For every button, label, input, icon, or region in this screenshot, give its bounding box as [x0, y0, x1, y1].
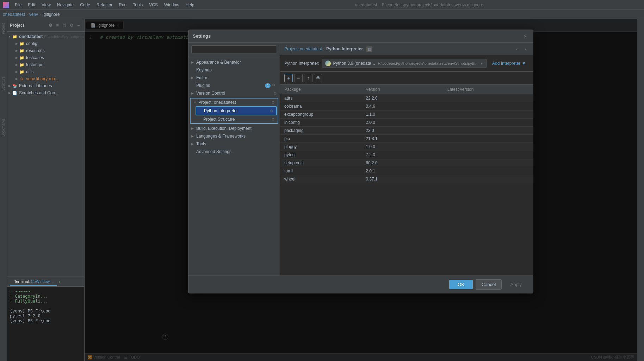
nav-label-appearance: Appearance & Behavior	[196, 60, 241, 65]
nav-item-build[interactable]: ▶ Build, Execution, Deployment	[188, 125, 280, 132]
menu-vcs[interactable]: VCS	[146, 2, 161, 8]
bc-forward-btn[interactable]: ›	[522, 45, 529, 52]
pkg-latest-pluggy	[447, 144, 529, 149]
gutter-project-label[interactable]: Project	[1, 23, 5, 34]
menu-refactor[interactable]: Refactor	[94, 2, 115, 8]
menu-file[interactable]: File	[12, 2, 24, 8]
tree-item-resources[interactable]: ▶ 📁 resources	[7, 47, 84, 54]
pkg-latest-pytest	[447, 152, 529, 157]
tree-item-testcases[interactable]: ▶ 📁 testcases	[7, 54, 84, 61]
menu-edit[interactable]: Edit	[25, 2, 38, 8]
tree-item-utils[interactable]: ▶ 📁 utils	[7, 68, 84, 75]
show-package-button[interactable]: 👁	[314, 74, 322, 82]
ide-body: Project Structure Bookmarks Project ⚙ ≡ …	[0, 19, 644, 361]
python-interp-gear-icon[interactable]: ⚙	[270, 109, 273, 113]
nav-label-python-interpreter: Python Interpreter	[204, 108, 238, 113]
bc-icon: ▤	[366, 46, 372, 52]
vcs-gear-icon[interactable]: ⚙	[273, 91, 277, 96]
nav-item-plugins[interactable]: Plugins 1 ⚙	[188, 82, 280, 89]
pkg-row-tomli[interactable]: tomli 2.0.1	[280, 167, 533, 175]
nav-item-vcs[interactable]: ▶ Version Control ⚙	[188, 89, 280, 97]
settings-search-input[interactable]	[191, 45, 277, 54]
pkg-row-pytest[interactable]: pytest 7.2.0	[280, 151, 533, 159]
upgrade-package-button[interactable]: ↑	[304, 74, 312, 82]
nav-item-python-interpreter[interactable]: Python Interpreter ⚙	[196, 106, 277, 115]
pkg-row-pip[interactable]: pip 21.3.1	[280, 135, 533, 143]
folder-icon-testcases: 📁	[19, 55, 25, 61]
nav-item-project[interactable]: ▼ Project: onedatatest ⚙	[191, 99, 278, 106]
terminal-tab[interactable]: Terminal: C:\Window...	[10, 278, 57, 286]
nav-label-editor: Editor	[196, 75, 207, 80]
pkg-row-pluggy[interactable]: pluggy 1.0.0	[280, 143, 533, 151]
pkg-latest-iniconfig	[447, 120, 529, 125]
panel-icon-minus[interactable]: −	[76, 23, 81, 28]
tree-item-config[interactable]: ▶ 📁 config	[7, 40, 84, 47]
nav-item-languages[interactable]: ▶ Languages & Frameworks	[188, 132, 280, 140]
nav-item-project-structure[interactable]: Project Structure ⚙	[196, 115, 278, 123]
tree-item-testoutput[interactable]: ▶ 📁 testoutput	[7, 61, 84, 68]
folder-icon-config: 📁	[19, 41, 25, 46]
tree-arrow-config: ▶	[14, 41, 19, 46]
bc-icon-btn[interactable]: ▤	[366, 46, 372, 51]
pkg-version-pip: 21.3.1	[366, 136, 447, 141]
nav-label-languages: Languages & Frameworks	[196, 134, 246, 139]
pkg-row-colorama[interactable]: colorama 0.4.6	[280, 102, 533, 110]
pkg-latest-attrs	[447, 96, 529, 101]
terminal-content: + ~~~~~~ + CategoryIn... + FullyQuali...…	[7, 287, 84, 361]
nav-item-tools[interactable]: ▶ Tools	[188, 140, 280, 148]
panel-icon-settings[interactable]: ⚙	[69, 23, 74, 28]
interpreter-label: Python Interpreter:	[284, 61, 319, 66]
structure-gear-icon[interactable]: ⚙	[271, 117, 275, 122]
gutter-bookmarks-label[interactable]: Bookmarks	[1, 119, 5, 137]
interpreter-select[interactable]: Python 3.9 (onedatatest) F:\codetest\pyt…	[322, 59, 487, 68]
tree-item-scratches[interactable]: ▶ 📄 Scratches and Con...	[7, 89, 84, 96]
menu-run[interactable]: Run	[116, 2, 129, 8]
pkg-row-setuptools[interactable]: setuptools 60.2.0	[280, 159, 533, 167]
pkg-row-packaging[interactable]: packaging 23.0	[280, 127, 533, 135]
breadcrumb-venv[interactable]: venv	[29, 12, 38, 17]
nav-item-editor[interactable]: ▶ Editor	[188, 74, 280, 82]
dialog-title: Settings	[193, 33, 522, 39]
pkg-row-exceptiongroup[interactable]: exceptiongroup 1.1.0	[280, 110, 533, 119]
nav-arrow-appearance: ▶	[191, 61, 196, 64]
add-interpreter-button[interactable]: Add Interpreter ▼	[489, 59, 529, 67]
pkg-row-iniconfig[interactable]: iniconfig 2.0.0	[280, 119, 533, 127]
terminal-plus[interactable]: +	[58, 280, 60, 284]
panel-icon-collapse[interactable]: ≡	[55, 23, 60, 28]
pkg-row-wheel[interactable]: wheel 0.37.1	[280, 175, 533, 183]
breadcrumb-file[interactable]: .gitignore	[42, 12, 60, 17]
dialog-close-btn[interactable]: ×	[522, 33, 529, 40]
menu-view[interactable]: View	[39, 2, 54, 8]
remove-package-button[interactable]: −	[294, 74, 303, 82]
gutter-structure-label[interactable]: Structure	[1, 76, 5, 91]
bc-back-btn[interactable]: ‹	[513, 45, 520, 52]
breadcrumb-project[interactable]: onedatatest	[3, 12, 25, 17]
menu-tools[interactable]: Tools	[130, 2, 145, 8]
menu-help[interactable]: Help	[183, 2, 197, 8]
add-package-button[interactable]: +	[284, 74, 293, 82]
nav-item-appearance[interactable]: ▶ Appearance & Behavior	[188, 58, 280, 66]
tree-label-resources: resources	[26, 48, 45, 53]
pkg-version-pluggy: 1.0.0	[366, 144, 447, 149]
panel-icon-filter[interactable]: ⇅	[62, 23, 67, 28]
tree-item-extlib[interactable]: ▶ 📚 External Libraries	[7, 82, 84, 89]
tree-item-venv[interactable]: ▶ ⚙ venv library roo...	[7, 75, 84, 82]
tree-item-root[interactable]: ▼ 📁 onedatatest F:\codetest\pythonprojec…	[7, 33, 84, 40]
project-gear-icon[interactable]: ⚙	[271, 100, 275, 105]
menu-code[interactable]: Code	[77, 2, 93, 8]
interpreter-name: Python 3.9 (onedatatest)	[333, 61, 376, 66]
pkg-row-attrs[interactable]: attrs 22.2.0	[280, 94, 533, 102]
apply-button[interactable]: Apply	[504, 280, 527, 289]
terminal-line-1: + ~~~~~~	[10, 289, 81, 294]
panel-icon-gear[interactable]: ⚙	[48, 23, 53, 28]
nav-item-advanced[interactable]: Advanced Settings	[188, 148, 280, 156]
nav-item-keymap[interactable]: Keymap	[188, 66, 280, 74]
plugins-settings-icon[interactable]: ⚙	[272, 83, 277, 88]
pkg-name-exceptiongroup: exceptiongroup	[284, 112, 366, 117]
cancel-button[interactable]: Cancel	[476, 279, 502, 290]
pkg-latest-packaging	[447, 128, 529, 133]
ok-button[interactable]: OK	[449, 280, 473, 289]
menu-window[interactable]: Window	[161, 2, 182, 8]
menu-navigate[interactable]: Navigate	[54, 2, 76, 8]
tree-arrow-testoutput: ▶	[14, 62, 19, 67]
